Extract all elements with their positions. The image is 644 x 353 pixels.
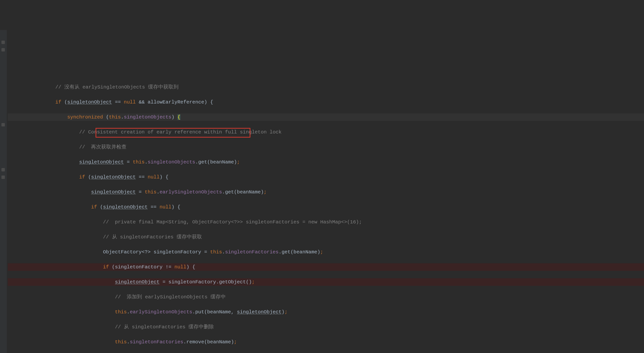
identifier: singletonFactory bbox=[154, 249, 201, 255]
code-line[interactable]: this.singletonFactories.remove(beanName)… bbox=[8, 338, 644, 346]
comment: // 没有从 earlySingletonObjects 缓存中获取到 bbox=[56, 84, 178, 90]
field: singletonFactories bbox=[225, 249, 278, 255]
identifier: beanName bbox=[237, 189, 260, 195]
method-call: get bbox=[225, 189, 234, 195]
method-call: remove bbox=[186, 339, 204, 345]
keyword-null: null bbox=[148, 174, 160, 180]
gutter-marker-icon[interactable] bbox=[2, 41, 5, 44]
code-area[interactable]: // 没有从 earlySingletonObjects 缓存中获取到 if (… bbox=[0, 75, 644, 353]
comment: // 添加到 earlySingletonObjects 缓存中 bbox=[115, 294, 226, 300]
method-call: get bbox=[198, 159, 207, 165]
field: singletonObjects bbox=[124, 114, 172, 120]
identifier: singletonObject bbox=[67, 99, 112, 105]
gutter-marker-icon[interactable] bbox=[2, 48, 5, 51]
comment: // 再次获取并检查 bbox=[79, 144, 126, 150]
code-line[interactable]: // private final Map<String, ObjectFacto… bbox=[8, 218, 644, 226]
code-line[interactable]: // 添加到 earlySingletonObjects 缓存中 bbox=[8, 293, 644, 301]
identifier: singletonObject bbox=[103, 204, 148, 210]
code-line[interactable]: synchronized (this.singletonObjects) { bbox=[8, 113, 644, 121]
gutter-marker-icon[interactable] bbox=[2, 176, 5, 179]
identifier: allowEarlyReference bbox=[148, 99, 204, 105]
identifier: singletonObject bbox=[91, 174, 136, 180]
keyword-if: if bbox=[103, 264, 109, 270]
comment: // private final Map<String, ObjectFacto… bbox=[103, 219, 362, 225]
code-line[interactable]: // 再次获取并检查 bbox=[8, 143, 644, 151]
keyword-this: this bbox=[115, 309, 127, 315]
field: earlySingletonObjects bbox=[160, 189, 222, 195]
identifier: singletonObject bbox=[115, 279, 160, 285]
code-editor[interactable]: // 没有从 earlySingletonObjects 缓存中获取到 if (… bbox=[0, 30, 644, 353]
identifier: singletonFactory bbox=[115, 264, 162, 270]
comment: // Consistent creation of early referenc… bbox=[79, 129, 282, 135]
field: earlySingletonObjects bbox=[130, 309, 192, 315]
keyword-null: null bbox=[124, 99, 136, 105]
identifier: singletonObject bbox=[79, 159, 124, 165]
brace-match: { bbox=[177, 114, 180, 120]
identifier: beanName bbox=[207, 309, 231, 315]
comment: // 从 singletonFactories 缓存中删除 bbox=[115, 324, 214, 330]
keyword-if: if bbox=[56, 99, 62, 105]
keyword-null: null bbox=[174, 264, 186, 270]
code-line[interactable]: // Consistent creation of early referenc… bbox=[8, 128, 644, 136]
keyword-this: this bbox=[115, 339, 127, 345]
type: ObjectFactory<?> bbox=[103, 249, 151, 255]
code-line[interactable]: // 从 singletonFactories 缓存中删除 bbox=[8, 323, 644, 331]
method-call: get bbox=[282, 249, 290, 255]
field: singletonObjects bbox=[148, 159, 195, 165]
keyword-this: this bbox=[210, 249, 222, 255]
method-call: getObject bbox=[219, 279, 246, 285]
keyword-this: this bbox=[109, 114, 121, 120]
gutter bbox=[0, 30, 7, 353]
code-line[interactable]: singletonObject = this.singletonObjects.… bbox=[8, 158, 644, 166]
gutter-marker-icon[interactable] bbox=[2, 123, 5, 126]
code-line[interactable]: if (singletonFactory != null) { bbox=[8, 263, 644, 271]
code-line[interactable]: if (singletonObject == null) { bbox=[8, 173, 644, 181]
method-call: put bbox=[195, 309, 204, 315]
keyword-if: if bbox=[79, 174, 85, 180]
field: singletonFactories bbox=[130, 339, 183, 345]
keyword-synchronized: synchronized bbox=[67, 114, 103, 120]
code-line[interactable]: // 没有从 earlySingletonObjects 缓存中获取到 bbox=[8, 83, 644, 91]
identifier: singletonObject bbox=[237, 309, 282, 315]
gutter-marker-icon[interactable] bbox=[2, 168, 5, 171]
code-line-highlighted[interactable]: singletonObject = singletonFactory.getOb… bbox=[8, 278, 644, 286]
code-line[interactable]: // 从 singletonFactories 缓存中获取 bbox=[8, 233, 644, 241]
keyword-this: this bbox=[133, 159, 145, 165]
identifier: singletonFactory bbox=[168, 279, 216, 285]
identifier: beanName bbox=[207, 339, 231, 345]
identifier: beanName bbox=[210, 159, 234, 165]
code-line[interactable]: if (singletonObject == null) { bbox=[8, 203, 644, 211]
identifier: beanName bbox=[294, 249, 317, 255]
keyword-null: null bbox=[160, 204, 171, 210]
code-line[interactable]: ObjectFactory<?> singletonFactory = this… bbox=[8, 248, 644, 256]
keyword-this: this bbox=[145, 189, 156, 195]
comment: // 从 singletonFactories 缓存中获取 bbox=[103, 234, 202, 240]
code-line[interactable]: if (singletonObject == null && allowEarl… bbox=[8, 98, 644, 106]
identifier: singletonObject bbox=[91, 189, 136, 195]
code-line[interactable]: this.earlySingletonObjects.put(beanName,… bbox=[8, 308, 644, 316]
code-line[interactable]: singletonObject = this.earlySingletonObj… bbox=[8, 188, 644, 196]
keyword-if: if bbox=[91, 204, 97, 210]
